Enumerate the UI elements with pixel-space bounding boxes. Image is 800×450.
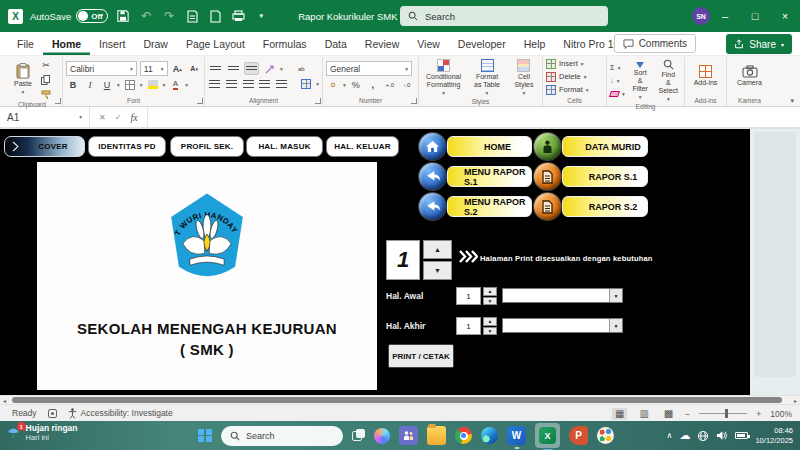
comma-style-icon[interactable]: ,	[366, 78, 380, 91]
dropdown-arrow-icon[interactable]: ▼	[609, 289, 622, 302]
maximize-button[interactable]: □	[740, 0, 770, 32]
rapor-s2-button[interactable]: RAPOR S.2	[562, 196, 648, 217]
spin-up-button[interactable]: ▲	[423, 240, 452, 259]
tab-view[interactable]: View	[408, 32, 449, 55]
tab-page-layout[interactable]: Page Layout	[177, 32, 254, 55]
quick-access-chevron-icon[interactable]: ▾	[253, 7, 269, 25]
view-normal-icon[interactable]: ▦	[612, 408, 627, 420]
hal-awal-value[interactable]: 1	[456, 287, 481, 305]
align-bottom-icon[interactable]	[244, 62, 259, 75]
excel-app-icon[interactable]: X	[8, 9, 23, 24]
underline-chevron-icon[interactable]: ▾	[117, 82, 120, 88]
name-box[interactable]: A1 ▾	[0, 107, 90, 127]
insert-cells-button[interactable]: Insert▾	[546, 58, 584, 69]
accounting-chevron-icon[interactable]: ▾	[343, 82, 346, 88]
paste-button[interactable]: Paste ▾	[11, 62, 35, 96]
align-center-icon[interactable]	[225, 77, 239, 90]
hal-akhir-value[interactable]: 1	[456, 317, 481, 335]
format-as-table-button[interactable]: Format as Table▾	[469, 58, 505, 97]
dialog-launcher-icon[interactable]	[197, 98, 203, 104]
tab-insert[interactable]: Insert	[90, 32, 134, 55]
autosum-button[interactable]: Σ▾	[610, 62, 625, 73]
view-page-layout-icon[interactable]: ▥	[636, 408, 651, 420]
autosave-toggle[interactable]: Off	[76, 9, 108, 23]
addins-button[interactable]: Add-ins	[691, 64, 721, 88]
volume-icon[interactable]	[716, 430, 728, 441]
dropdown-arrow-icon[interactable]: ▼	[609, 319, 622, 332]
spin-up-button[interactable]: ▲	[483, 317, 497, 326]
dialog-launcher-icon[interactable]	[411, 98, 417, 104]
save-icon[interactable]	[115, 7, 131, 25]
rapor-s1-button[interactable]: RAPOR S.1	[562, 166, 648, 187]
font-size-select[interactable]: 11▾	[140, 61, 168, 76]
taskbar-search[interactable]: Search	[221, 426, 343, 446]
page-number-box[interactable]: 1	[386, 240, 420, 280]
zoom-level[interactable]: 100%	[770, 409, 792, 419]
word-icon[interactable]: W	[507, 426, 526, 445]
person-icon[interactable]	[534, 133, 561, 160]
font-color-icon[interactable]: A	[168, 78, 182, 91]
align-middle-icon[interactable]	[226, 62, 241, 75]
home-button[interactable]: HOME	[447, 136, 532, 157]
app-icon-teams[interactable]	[399, 426, 418, 445]
collapse-ribbon-icon[interactable]: ▾	[790, 97, 794, 105]
redo-icon[interactable]: ↷	[161, 7, 177, 25]
copy-icon[interactable]	[39, 73, 53, 86]
document-icon[interactable]	[534, 193, 561, 220]
undo-icon[interactable]: ↶	[138, 7, 154, 25]
weather-widget[interactable]: ☂1 Hujan ringan Hari ini	[7, 424, 78, 442]
menu-rapor-s2-button[interactable]: MENU RAPOR S.2	[447, 196, 532, 217]
tab-developer[interactable]: Developer	[449, 32, 515, 55]
task-view-button[interactable]	[352, 429, 365, 442]
back-arrow-icon[interactable]	[419, 163, 446, 190]
powerpoint-icon[interactable]: P	[569, 426, 588, 445]
tab-formulas[interactable]: Formulas	[254, 32, 316, 55]
orientation-icon[interactable]	[262, 62, 277, 75]
cell-styles-button[interactable]: Cell Styles▾	[509, 58, 539, 97]
zoom-slider-thumb[interactable]	[725, 409, 728, 418]
close-button[interactable]: ×	[770, 0, 800, 32]
tab-draw[interactable]: Draw	[134, 32, 177, 55]
tab-review[interactable]: Review	[356, 32, 408, 55]
increase-font-icon[interactable]: A▴	[171, 62, 185, 75]
copilot-icon[interactable]	[374, 428, 390, 444]
increase-decimal-icon[interactable]: +.0	[383, 78, 397, 91]
macro-record-icon[interactable]	[48, 409, 57, 418]
accounting-format-icon[interactable]: ¤	[326, 78, 340, 91]
bold-button[interactable]: B	[66, 78, 80, 91]
file-explorer-icon[interactable]	[427, 426, 446, 445]
format-cells-button[interactable]: Format▾	[546, 84, 589, 95]
tray-chevron-icon[interactable]: ∧	[667, 431, 673, 440]
nav-tab-hal-keluar[interactable]: HAL. KELUAR	[326, 136, 399, 157]
edge-icon[interactable]	[481, 427, 498, 444]
print-preview-icon[interactable]	[184, 7, 200, 25]
vertical-scrollbar-thumb[interactable]	[754, 132, 796, 377]
tab-data[interactable]: Data	[316, 32, 356, 55]
increase-indent-icon[interactable]	[275, 77, 289, 90]
wrap-text-icon[interactable]: ab	[294, 62, 309, 75]
menu-rapor-s1-button[interactable]: MENU RAPOR S.1	[447, 166, 532, 187]
enter-icon[interactable]: ✓	[115, 113, 122, 122]
spin-down-button[interactable]: ▼	[483, 327, 497, 336]
conditional-formatting-button[interactable]: Conditional Formatting▾	[422, 58, 465, 97]
insert-function-icon[interactable]: fx	[130, 112, 137, 123]
search-input[interactable]: Search	[400, 6, 608, 26]
autosave-control[interactable]: AutoSave Off	[30, 9, 108, 23]
orientation-chevron-icon[interactable]: ▾	[280, 66, 283, 72]
network-icon[interactable]	[697, 430, 709, 442]
cut-icon[interactable]: ✂	[39, 58, 53, 71]
spin-up-button[interactable]: ▲	[483, 287, 497, 296]
horizontal-scrollbar[interactable]: ◂ ▸	[0, 395, 800, 404]
tab-home[interactable]: Home	[43, 32, 90, 55]
sort-filter-button[interactable]: Sort & Filter▾	[629, 61, 652, 101]
horizontal-scrollbar-thumb[interactable]	[12, 397, 782, 403]
font-color-chevron-icon[interactable]: ▾	[185, 82, 188, 88]
zoom-in-icon[interactable]: +	[756, 409, 761, 419]
comments-button[interactable]: Comments	[614, 34, 696, 53]
align-left-icon[interactable]	[208, 77, 222, 90]
hal-awal-dropdown[interactable]: ▼	[502, 288, 623, 303]
find-select-button[interactable]: Find & Select▾	[656, 58, 681, 103]
view-page-break-icon[interactable]: ▩	[661, 408, 676, 420]
new-document-icon[interactable]	[207, 7, 223, 25]
vertical-scrollbar[interactable]	[750, 129, 800, 395]
